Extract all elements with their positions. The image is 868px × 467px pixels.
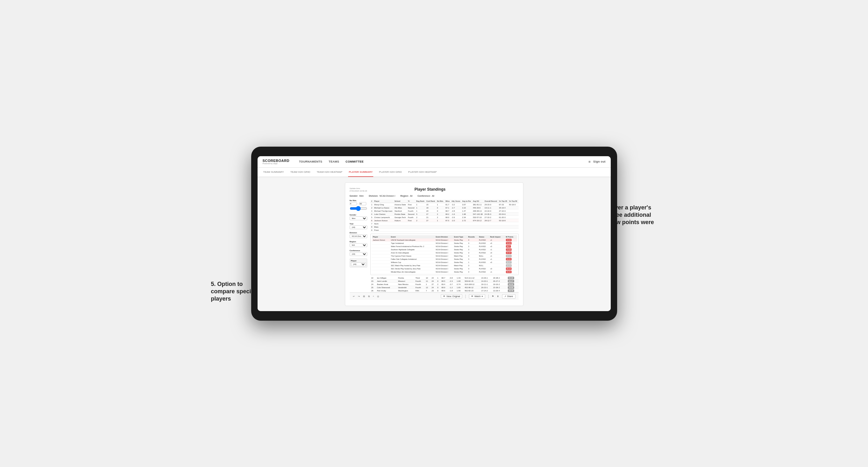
rank: 1: [370, 203, 373, 206]
share-button[interactable]: ↗ Share: [502, 294, 516, 299]
event-name: SEC Match Play hosted by Jerry Pate: [390, 264, 435, 267]
download-icon[interactable]: ⬇: [497, 295, 499, 298]
vs-top50: [508, 219, 518, 222]
sub-nav-player-h2h-heatmap[interactable]: PLAYER H2H HEATMAP: [408, 168, 438, 177]
event-status: PLAYED: [478, 245, 489, 248]
redo-button[interactable]: ↪: [358, 295, 360, 298]
filter-no-rds-title: No Rds.: [350, 199, 367, 201]
sub-nav-player-h2h-grid[interactable]: PLAYER H2H GRID: [378, 168, 402, 177]
sub-nav-team-summary[interactable]: TEAM SUMMARY: [263, 168, 285, 177]
grid-icon[interactable]: ⊞: [363, 295, 365, 298]
wins: 69.4: [440, 283, 448, 286]
w-points-badge[interactable]: 56.50: [506, 258, 512, 260]
th-vs-top25: Vs Top 25: [498, 199, 508, 203]
sub-nav-team-h2h-grid[interactable]: TEAM H2H GRID: [290, 168, 311, 177]
points-badge-gray[interactable]: 39.95: [508, 286, 514, 289]
division-select[interactable]: NCAA Division I: [350, 234, 367, 238]
player-name: Ian Gilligan: [376, 276, 397, 280]
sub-nav-player-summary[interactable]: PLAYER SUMMARY: [348, 168, 373, 177]
school: Ole Miss: [393, 206, 407, 210]
w-points-badge[interactable]: 56.18: [506, 268, 512, 270]
w-points-badge[interactable]: 73.33: [506, 248, 512, 251]
w-points-badge[interactable]: 66.40: [506, 271, 512, 273]
w-points-badge[interactable]: 67.67: [506, 251, 512, 254]
region-select[interactable]: N/A: [350, 243, 367, 247]
adj-score: -2.7: [451, 206, 461, 210]
event-rank-impact: +0: [489, 261, 505, 264]
conference-select[interactable]: (All): [350, 252, 367, 256]
watch-button[interactable]: 👁 Watch ▾: [469, 294, 485, 299]
eye-icon: 👁: [443, 295, 445, 298]
filter-division-label: Division:: [369, 195, 378, 197]
filter-conference-section: Conference (All): [350, 250, 367, 256]
table-row: 7 Nichi: [370, 222, 519, 225]
overall: 20-23-1: [480, 286, 492, 289]
points[interactable]: 73.6: [518, 210, 518, 213]
adj-score: -1.2: [448, 286, 456, 289]
points[interactable]: 68.2: [518, 203, 518, 206]
view-original-button[interactable]: 👁 View: Original: [441, 294, 462, 299]
nav-links: TOURNAMENTS TEAMS COMMITTEE: [299, 159, 582, 164]
yr: Fourth: [414, 286, 425, 289]
no-rds-from-input[interactable]: [350, 202, 357, 205]
copy-icon[interactable]: ⧉: [368, 295, 370, 298]
points[interactable]: 68.94: [518, 213, 518, 216]
points-badge-gray[interactable]: 38.49: [508, 289, 514, 292]
nav-link-tournaments[interactable]: TOURNAMENTS: [299, 159, 322, 164]
reg-rank: 11: [425, 280, 431, 283]
gender-select[interactable]: Men: [350, 216, 367, 220]
split-icon[interactable]: ÷: [373, 295, 374, 298]
points[interactable]: 39.95: [507, 286, 518, 289]
w-points-badge-neutral[interactable]: 24.11: [506, 255, 512, 257]
yr: First: [407, 219, 415, 222]
year-select[interactable]: (All): [350, 225, 367, 229]
no-rds: 0: [436, 280, 440, 283]
points-badge-gray[interactable]: 60.02: [508, 283, 514, 286]
event-row: Fallen Oak Collegiate Invitational NCAA …: [372, 257, 517, 261]
points[interactable]: 60.68: [507, 276, 518, 280]
table-row: 9 Prest: [370, 228, 519, 232]
no-rds-slider[interactable]: [350, 206, 367, 211]
table-row: 25 Cole Sherwood Vanderbilt Fourth 12 24…: [370, 286, 519, 289]
table-header-row: # Player School Yr Reg Rank Conf Rank No…: [370, 199, 519, 203]
event-type: Match Play: [453, 254, 467, 257]
sign-out-link[interactable]: Sign out: [593, 159, 605, 164]
points[interactable]: 60.69: [518, 216, 518, 219]
points[interactable]: 60.02: [507, 283, 518, 286]
points[interactable]: 58.18: [518, 219, 518, 222]
avg-to-par: 0.74: [456, 283, 464, 286]
no-rds-to-input[interactable]: [359, 202, 366, 205]
nav-link-teams[interactable]: TEAMS: [329, 159, 339, 164]
points[interactable]: 60.27: [507, 280, 518, 283]
w-points-badge[interactable]: 46.7: [506, 245, 511, 248]
flag-icon[interactable]: ⚑: [492, 295, 494, 298]
school: Missouri: [397, 280, 415, 283]
event-row: Amer An Intercollegiate NCAA Division I …: [372, 251, 517, 254]
player-select[interactable]: (All): [351, 262, 366, 266]
avg-sg: 616-168-12: [464, 283, 480, 286]
vs-top50: [508, 210, 518, 213]
event-w-points: 46.7: [505, 245, 517, 248]
w-points-badge-neutral[interactable]: 30.47: [506, 261, 512, 263]
event-division: NCAA Division I: [435, 264, 453, 267]
filter-year-section: Year (All): [350, 223, 367, 229]
w-points-badge[interactable]: 53.60: [506, 242, 512, 245]
w-points-badge[interactable]: 43.64: [506, 239, 512, 241]
wins: 68.2: [444, 213, 451, 216]
school: Vanderbilt: [397, 286, 415, 289]
standings-table: # Player School Yr Reg Rank Conf Rank No…: [370, 199, 519, 232]
sub-nav-team-h2h-heatmap[interactable]: TEAM H2H HEATMAP: [316, 168, 343, 177]
w-points-badge-neutral[interactable]: 29.38: [506, 264, 512, 267]
adj-score: -0.8: [448, 276, 456, 280]
points-badge-gray[interactable]: 60.68: [508, 277, 514, 279]
undo-button[interactable]: ↩: [353, 295, 355, 298]
event-type: Stroke Play: [453, 245, 467, 248]
timer-icon[interactable]: ◎: [377, 295, 379, 298]
avg-to-par: 2.34: [461, 216, 472, 219]
points[interactable]: 38.49: [507, 289, 518, 292]
reg-rank: 12: [425, 286, 431, 289]
nav-link-committee[interactable]: COMMITTEE: [345, 159, 364, 164]
points[interactable]: 74.3: [518, 206, 518, 210]
wins: 68.6: [440, 289, 448, 292]
points-badge-gray[interactable]: 60.27: [508, 280, 514, 282]
